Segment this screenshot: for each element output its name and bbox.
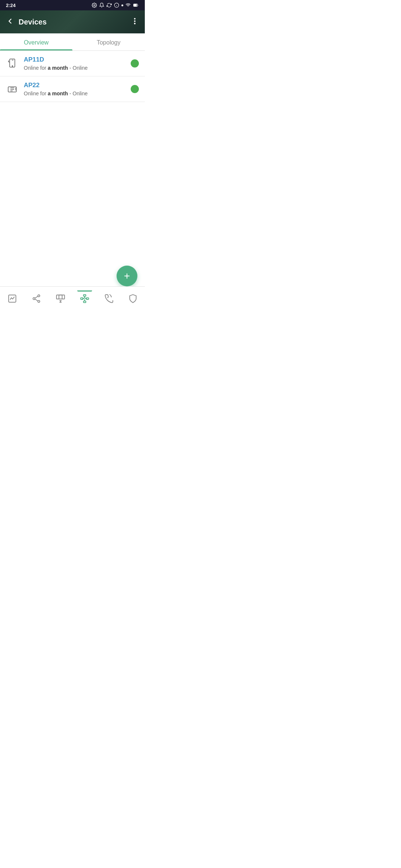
device-status-ap22: Online for a month - Online bbox=[24, 91, 131, 96]
svg-point-10 bbox=[134, 23, 135, 24]
nav-item-voip[interactable] bbox=[100, 291, 118, 306]
chart-icon bbox=[7, 294, 17, 303]
more-options-button[interactable] bbox=[131, 17, 139, 27]
notification-icon bbox=[99, 3, 104, 8]
svg-point-13 bbox=[12, 66, 13, 66]
svg-point-8 bbox=[134, 18, 135, 19]
online-indicator-ap22 bbox=[131, 85, 139, 93]
device-status-ap11d: Online for a month - Online bbox=[24, 65, 131, 71]
status-time: 2:24 bbox=[6, 3, 16, 8]
svg-rect-28 bbox=[56, 295, 62, 299]
bottom-nav bbox=[0, 286, 145, 313]
tab-bar: Overview Topology bbox=[0, 33, 145, 51]
svg-rect-7 bbox=[134, 4, 137, 6]
tab-overview[interactable]: Overview bbox=[0, 33, 72, 50]
nav-item-stats[interactable] bbox=[3, 291, 22, 306]
nav-item-security[interactable] bbox=[124, 291, 142, 306]
network-icon bbox=[80, 294, 89, 303]
monitor-icon bbox=[56, 294, 65, 303]
shield-icon bbox=[128, 294, 138, 303]
device-name-ap22: AP22 bbox=[24, 82, 131, 89]
device-name-ap11d: AP11D bbox=[24, 56, 131, 63]
svg-point-0 bbox=[94, 4, 95, 6]
share-network-icon bbox=[32, 294, 41, 303]
dot-icon bbox=[121, 4, 123, 6]
wifi-icon bbox=[125, 3, 131, 8]
nav-item-clients[interactable] bbox=[51, 291, 70, 306]
settings-icon bbox=[92, 3, 97, 8]
info-icon bbox=[114, 3, 119, 8]
app-header: Devices bbox=[0, 10, 145, 33]
ap-square-icon bbox=[7, 83, 19, 95]
svg-rect-29 bbox=[59, 295, 64, 299]
svg-rect-21 bbox=[15, 89, 16, 90]
svg-line-26 bbox=[35, 296, 38, 298]
online-indicator-ap11d bbox=[131, 59, 139, 68]
content-area bbox=[0, 102, 145, 250]
device-info-ap11d: AP11D Online for a month - Online bbox=[24, 56, 131, 71]
svg-rect-20 bbox=[15, 88, 16, 89]
device-item-ap22[interactable]: AP22 Online for a month - Online bbox=[0, 76, 145, 102]
nav-item-topology[interactable] bbox=[27, 291, 46, 306]
add-device-button[interactable]: + bbox=[117, 266, 137, 286]
device-list: AP11D Online for a month - Online AP22 bbox=[0, 51, 145, 102]
ap-small-icon bbox=[7, 57, 19, 69]
battery-icon bbox=[133, 3, 139, 8]
page-title: Devices bbox=[19, 18, 131, 26]
nav-item-devices[interactable] bbox=[75, 291, 94, 306]
back-button[interactable] bbox=[6, 17, 14, 27]
tab-topology[interactable]: Topology bbox=[72, 33, 145, 50]
device-icon-ap22 bbox=[6, 82, 19, 96]
status-icons bbox=[92, 3, 139, 8]
svg-point-9 bbox=[134, 21, 135, 22]
device-item-ap11d[interactable]: AP11D Online for a month - Online bbox=[0, 51, 145, 76]
status-bar: 2:24 bbox=[0, 0, 145, 10]
device-info-ap22: AP22 Online for a month - Online bbox=[24, 82, 131, 96]
sync-icon bbox=[107, 3, 112, 8]
voip-icon bbox=[104, 294, 114, 303]
device-icon-ap11d bbox=[6, 57, 19, 70]
svg-line-27 bbox=[35, 299, 38, 301]
active-tab-indicator bbox=[77, 290, 92, 292]
